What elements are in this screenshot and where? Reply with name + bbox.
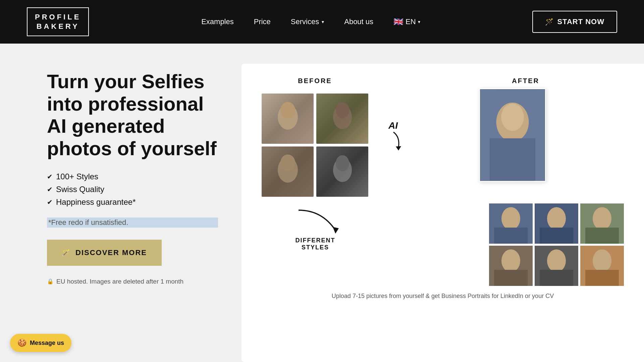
chat-emoji: 🍪: [17, 339, 26, 347]
before-section: BEFORE: [262, 77, 368, 197]
nav-price[interactable]: Price: [254, 17, 271, 26]
nav-examples[interactable]: Examples: [201, 17, 234, 26]
logo[interactable]: PROFILE BAKERY: [27, 7, 89, 36]
bottom-row: DIFFERENT STYLES: [262, 203, 624, 286]
start-now-button[interactable]: 🪄 START NOW: [532, 11, 617, 33]
free-redo-note: *Free redo if unsatisfied.: [47, 218, 218, 228]
before-photos-grid: [262, 94, 368, 197]
check-icon: ✔: [47, 173, 53, 181]
after-photo-svg: [480, 89, 545, 181]
feature-label: Swiss Quality: [56, 185, 104, 194]
svg-point-1: [280, 102, 295, 119]
after-main-photo: [479, 88, 546, 182]
discover-more-button[interactable]: 🪄 DISCOVER MORE: [47, 240, 162, 266]
check-icon: ✔: [47, 185, 53, 193]
svg-rect-29: [540, 270, 573, 286]
right-panel: BEFORE: [241, 64, 644, 362]
discover-btn-label: DISCOVER MORE: [75, 248, 147, 257]
style-photo-6: [580, 246, 624, 286]
discover-wand-icon: 🪄: [62, 249, 71, 257]
svg-point-19: [547, 207, 566, 230]
feature-item: ✔ Swiss Quality: [47, 185, 218, 194]
styles-grid: [489, 203, 624, 286]
face-svg-4: [329, 153, 356, 190]
style-photo-5: [535, 246, 578, 286]
eu-note: 🔒 EU hosted. Images are deleted after 1 …: [47, 278, 218, 285]
feature-item: ✔ Happiness guarantee*: [47, 197, 218, 207]
style-photo-2: [535, 203, 578, 244]
style-photo-1: [489, 203, 533, 244]
lang-label: EN: [406, 17, 416, 26]
svg-rect-26: [494, 270, 528, 286]
check-icon: ✔: [47, 198, 53, 206]
left-panel: Turn your Selfies into professional AI g…: [0, 44, 241, 362]
ai-arrow-area: AI: [368, 77, 412, 197]
eu-note-text: EU hosted. Images are deleted after 1 mo…: [56, 278, 183, 285]
logo-line2: BAKERY: [37, 22, 79, 31]
before-label: BEFORE: [298, 77, 332, 85]
flag-icon: 🇬🇧: [393, 17, 404, 26]
lock-icon: 🔒: [47, 278, 54, 285]
main-nav: Examples Price Services ▾ About us 🇬🇧 EN…: [201, 17, 420, 26]
language-selector[interactable]: 🇬🇧 EN ▾: [393, 17, 420, 26]
before-photo-4: [316, 146, 368, 197]
different-styles-label: DIFFERENT STYLES: [282, 237, 349, 251]
ai-arrow-svg: AI: [368, 117, 412, 157]
svg-point-13: [501, 104, 524, 131]
after-section: AFTER: [419, 77, 546, 197]
face-svg-1: [274, 100, 301, 137]
svg-rect-23: [585, 228, 619, 244]
before-photo-3: [262, 146, 314, 197]
feature-item: ✔ 100+ Styles: [47, 172, 218, 181]
svg-text:AI: AI: [388, 120, 398, 131]
lang-chevron-icon: ▾: [418, 19, 420, 24]
after-label: AFTER: [512, 77, 539, 85]
svg-point-3: [336, 102, 349, 118]
svg-point-16: [501, 207, 520, 230]
svg-rect-12: [490, 138, 535, 181]
features-list: ✔ 100+ Styles ✔ Swiss Quality ✔ Happines…: [47, 172, 218, 207]
before-photo-2: [316, 94, 368, 144]
nav-about-us[interactable]: About us: [344, 17, 373, 26]
svg-point-7: [336, 155, 349, 171]
face-svg-2: [329, 100, 356, 137]
svg-rect-17: [494, 228, 528, 244]
svg-point-31: [593, 249, 611, 272]
start-now-label: START NOW: [557, 17, 604, 26]
before-photo-1: [262, 94, 314, 144]
svg-marker-9: [396, 146, 401, 150]
feature-label: 100+ Styles: [56, 172, 98, 181]
wand-icon: 🪄: [545, 18, 554, 26]
chat-label: Message us: [30, 340, 64, 347]
svg-marker-14: [333, 227, 339, 234]
upload-note: Upload 7-15 pictures from yourself & get…: [262, 293, 624, 300]
different-styles-area: DIFFERENT STYLES: [262, 207, 369, 251]
style-photo-3: [580, 203, 624, 244]
services-chevron-icon: ▾: [322, 19, 324, 24]
svg-rect-32: [585, 270, 619, 286]
site-header: PROFILE BAKERY Examples Price Services ▾…: [0, 0, 644, 44]
svg-point-5: [280, 155, 295, 171]
face-svg-3: [274, 153, 301, 190]
chat-widget[interactable]: 🍪 Message us: [10, 334, 71, 352]
svg-point-28: [547, 249, 566, 272]
bottom-arrow-svg: [278, 207, 352, 237]
nav-services[interactable]: Services ▾: [291, 17, 324, 26]
style-photo-4: [489, 246, 533, 286]
before-after-container: BEFORE: [262, 77, 624, 197]
svg-rect-20: [540, 228, 573, 244]
feature-label: Happiness guarantee*: [56, 197, 136, 207]
svg-point-22: [593, 207, 611, 230]
svg-point-25: [501, 249, 520, 272]
hero-title: Turn your Selfies into professional AI g…: [47, 70, 218, 160]
logo-line1: PROFILE: [35, 13, 81, 21]
main-content: Turn your Selfies into professional AI g…: [0, 44, 644, 362]
